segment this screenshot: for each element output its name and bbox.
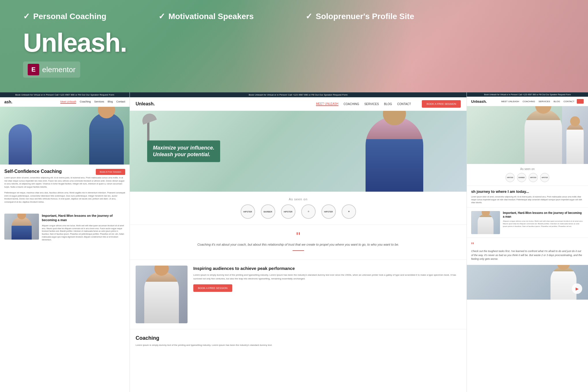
right-badge-3: HIPSTER xyxy=(529,173,538,182)
badge-4: ☆ xyxy=(301,204,316,219)
badge-1: HIPSTER xyxy=(241,204,255,219)
checkmark-3: ✓ xyxy=(306,12,312,21)
right-blog-person xyxy=(478,214,494,234)
middle-inspiring-title: Inspiring audiences to achieve peak perf… xyxy=(193,266,461,271)
right-journey-title: sh journey to where I am today... xyxy=(471,189,584,194)
right-nav-menu-icon[interactable] xyxy=(577,99,584,104)
right-blog-content: Important, Hard-Won lessons on the journ… xyxy=(503,211,584,234)
play-button[interactable]: ▶ xyxy=(572,283,582,294)
middle-coaching-text: Lorem ipsum is simply dummy text of the … xyxy=(136,344,461,347)
left-book-btn[interactable]: Book A Free Session xyxy=(96,169,125,175)
hero-badge-1: ✓ Personal Coaching xyxy=(23,12,106,21)
middle-inspiring-content: Inspiring audiences to achieve peak perf… xyxy=(193,266,461,323)
right-nav-links: MEET UNLEASH COACHING SERVICES BLOG CONT… xyxy=(501,100,574,103)
right-journey: sh journey to where I am today... Lorem … xyxy=(467,186,588,208)
right-bottom-img: ▶ xyxy=(467,265,588,300)
right-nav: Unleash. MEET UNLEASH COACHING SERVICES … xyxy=(467,97,588,106)
left-hero-img xyxy=(0,107,130,165)
middle-nav: Unleash. MEET UNLEASH COACHING SERVICES … xyxy=(130,97,467,111)
middle-inspiring-img xyxy=(136,266,188,323)
left-person1 xyxy=(89,113,124,165)
middle-hero-text: Maximize your influence. Unleash your po… xyxy=(147,141,220,162)
badge-3: HIPSTER xyxy=(281,204,295,219)
middle-hero: Maximize your influence. Unleash your po… xyxy=(130,111,467,192)
preview-left: Book Unleash for Virtual or in Person! C… xyxy=(0,92,130,392)
middle-nav-services[interactable]: SERVICES xyxy=(364,102,379,106)
middle-quote-text: Coaching it's not about your coach, but … xyxy=(147,242,449,247)
left-blog-content: Important, Hard-Won lessons on the journ… xyxy=(42,214,125,241)
left-section-text2: Pellentesque vel neque, maximus vitae ar… xyxy=(4,191,125,204)
right-bottom-person xyxy=(550,266,576,300)
right-quote-mark: " xyxy=(471,241,584,249)
left-nav-coaching[interactable]: Coaching xyxy=(80,100,91,104)
right-nav-services[interactable]: SERVICES xyxy=(538,100,550,103)
middle-book-btn[interactable]: BOOK A FREE SESSION xyxy=(422,100,461,108)
left-person2 xyxy=(9,124,32,165)
left-blog-section: Important, Hard-Won lessons on the journ… xyxy=(0,211,130,244)
right-nav-coaching[interactable]: COACHING xyxy=(523,100,535,103)
sidebar-person xyxy=(566,124,584,164)
left-blog-person xyxy=(12,216,32,240)
lamp-head xyxy=(140,111,157,124)
left-nav-meetunleash[interactable]: Meet Unleash xyxy=(60,100,76,104)
right-badges-row: HIPSTER BARBER HIPSTER HIPSTER xyxy=(471,173,584,182)
right-hero-person xyxy=(525,109,562,164)
left-topbar: Book Unleash for Virtual or in Person! C… xyxy=(0,92,130,97)
right-nav-meetunleash[interactable]: MEET UNLEASH xyxy=(501,100,519,103)
middle-badges-row: HIPSTER BARBER HIPSTER ☆ HIPSTER ★ xyxy=(136,204,461,219)
hero-badge-1-label: Personal Coaching xyxy=(33,12,106,21)
inspiring-person xyxy=(144,271,179,323)
right-blog: Important, Hard-Won lessons on the journ… xyxy=(467,208,588,238)
right-nav-blog[interactable]: BLOG xyxy=(554,100,560,103)
right-sidebar-img xyxy=(562,106,588,164)
right-badge-4: HIPSTER xyxy=(540,173,549,182)
middle-nav-coaching[interactable]: COACHING xyxy=(344,102,359,106)
checkmark-2: ✓ xyxy=(158,12,165,21)
hero-badge-2: ✓ Motivational Speakers xyxy=(158,12,254,21)
hero-line1: Maximize your influence. xyxy=(153,145,214,151)
hero-brand: Unleash. xyxy=(23,30,565,56)
middle-coaching-title: Coaching xyxy=(136,335,461,341)
right-nav-contact[interactable]: CONTACT xyxy=(563,100,574,103)
right-badge-2: BARBER xyxy=(517,173,526,182)
left-section-title: Self-Confidence Coaching xyxy=(4,169,62,174)
left-nav-contact[interactable]: Contact xyxy=(116,100,125,104)
middle-inspiring: Inspiring audiences to achieve peak perf… xyxy=(130,260,467,329)
hero-content: ✓ Personal Coaching ✓ Motivational Speak… xyxy=(23,12,565,78)
middle-nav-meetunleash[interactable]: MEET UNLEASH xyxy=(316,102,338,106)
hero-badge-2-label: Motivational Speakers xyxy=(168,12,254,21)
hero-line2: Unleash your potential. xyxy=(153,152,210,157)
right-journey-text: Lorem ipsum dolor sit amet, consectetur … xyxy=(471,195,584,204)
right-quote: " Check out the toughest tasks first. I'… xyxy=(467,238,588,265)
middle-quote-mark: " xyxy=(147,231,449,242)
left-nav-links: Meet Unleash Coaching Services Blog Cont… xyxy=(60,100,125,104)
middle-book-session-btn[interactable]: BOOK A FREE SESSION xyxy=(193,284,232,292)
elementor-text: elementor xyxy=(42,65,76,74)
elementor-icon: E xyxy=(28,64,39,75)
right-hero-sidebar xyxy=(562,106,588,164)
left-section-content: Self-Confidence Coaching Book A Free Ses… xyxy=(0,165,130,211)
middle-logo: Unleash. xyxy=(136,101,155,107)
middle-quote: " Coaching it's not about your coach, bu… xyxy=(130,225,467,260)
right-badge-1: HIPSTER xyxy=(505,173,515,182)
right-hero-area xyxy=(467,106,588,164)
middle-as-seen-title: As seen on xyxy=(136,197,461,201)
right-quote-text: Check out the toughest tasks first. I've… xyxy=(471,249,584,261)
badge-5: HIPSTER xyxy=(321,204,336,219)
elementor-badge: E elementor xyxy=(23,61,80,78)
middle-coaching: Coaching Lorem ipsum is simply dummy tex… xyxy=(130,329,467,353)
left-nav-blog[interactable]: Blog xyxy=(108,100,113,104)
right-logo: Unleash. xyxy=(471,99,487,104)
right-hero-main xyxy=(467,106,562,164)
middle-as-seen: As seen on HIPSTER BARBER HIPSTER ☆ HIPS… xyxy=(130,192,467,225)
middle-nav-blog[interactable]: BLOG xyxy=(384,102,392,106)
left-nav-services[interactable]: Services xyxy=(94,100,104,104)
middle-inspiring-text: Lorem ipsum is simply dummy text of the … xyxy=(193,273,461,281)
hero-badge-3: ✓ Soloprenuer's Profile Site xyxy=(306,12,414,21)
right-blog-title: Important, Hard-Won lessons on the journ… xyxy=(503,211,584,219)
middle-nav-contact[interactable]: CONTACT xyxy=(397,102,411,106)
badge-2: BARBER xyxy=(261,204,275,219)
middle-hero-person xyxy=(366,117,423,192)
left-blog-title: Important, Hard-Won lessons on the journ… xyxy=(42,214,125,223)
hero-section: ✓ Personal Coaching ✓ Motivational Speak… xyxy=(0,0,588,92)
